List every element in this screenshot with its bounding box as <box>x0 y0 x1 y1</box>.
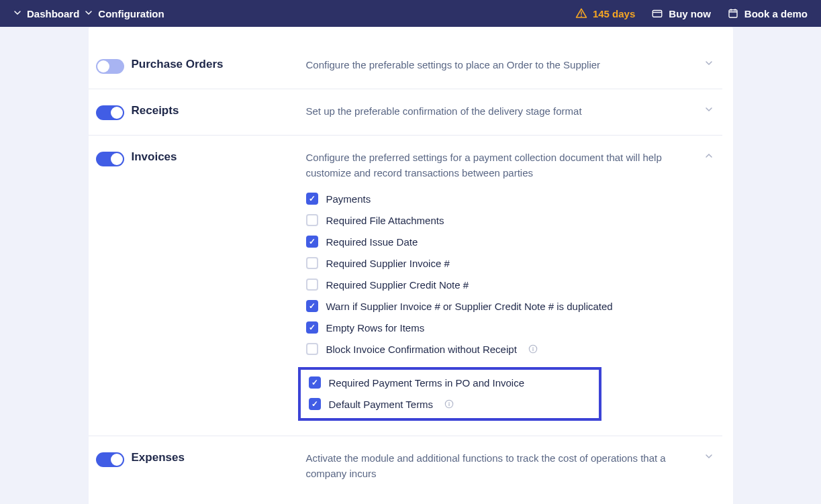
highlighted-options: Required Payment Terms in PO and Invoice… <box>298 367 601 421</box>
option-label: Default Payment Terms <box>329 399 434 410</box>
expand-icon[interactable] <box>695 451 722 481</box>
buy-now-label: Buy now <box>669 8 711 19</box>
trial-days-badge[interactable]: 145 days <box>575 7 635 19</box>
nav-configuration[interactable]: Configuration <box>98 8 164 19</box>
toggle-receipts[interactable] <box>96 105 124 120</box>
expand-icon[interactable] <box>695 58 722 74</box>
checkbox[interactable] <box>306 236 318 248</box>
section-desc: Activate the module and additional funct… <box>306 451 695 481</box>
checkbox[interactable] <box>309 376 321 389</box>
checkbox[interactable] <box>306 257 318 269</box>
option-default-payment-terms[interactable]: Default Payment Terms <box>306 398 593 410</box>
option-warn-duplicated[interactable]: Warn if Supplier Invoice # or Supplier C… <box>306 300 722 312</box>
checkbox[interactable] <box>306 300 318 312</box>
checkbox[interactable] <box>306 193 318 205</box>
option-payments[interactable]: Payments <box>306 193 722 205</box>
option-block-confirmation[interactable]: Block Invoice Confirmation without Recei… <box>306 343 722 355</box>
option-label: Required Payment Terms in PO and Invoice <box>329 377 525 389</box>
section-expenses: Expenses Activate the module and additio… <box>89 436 722 496</box>
option-req-supplier-invoice[interactable]: Required Supplier Invoice # <box>306 257 722 269</box>
section-desc: Set up the preferable confirmation of th… <box>306 104 695 120</box>
collapse-icon[interactable] <box>695 150 722 181</box>
book-demo-label: Book a demo <box>744 8 808 19</box>
breadcrumb: Dashboard Configuration <box>13 8 164 19</box>
book-demo-link[interactable]: Book a demo <box>727 7 808 19</box>
section-invoices: Invoices Configure the preferred setting… <box>89 136 722 436</box>
svg-rect-0 <box>653 11 663 17</box>
toggle-purchase-orders[interactable] <box>96 59 124 74</box>
option-label: Warn if Supplier Invoice # or Supplier C… <box>326 301 613 312</box>
section-title: Receipts <box>132 104 306 120</box>
option-req-issue-date[interactable]: Required Issue Date <box>306 236 722 248</box>
info-icon[interactable] <box>528 344 538 354</box>
content: Purchase Orders Configure the preferable… <box>0 27 821 504</box>
option-req-payment-terms[interactable]: Required Payment Terms in PO and Invoice <box>306 376 593 389</box>
buy-now-link[interactable]: Buy now <box>651 7 711 19</box>
option-label: Empty Rows for Items <box>326 322 425 334</box>
settings-panel: Purchase Orders Configure the preferable… <box>89 27 733 504</box>
option-label: Required Supplier Credit Note # <box>326 279 469 291</box>
option-label: Required File Attachments <box>326 215 444 226</box>
nav-dashboard[interactable]: Dashboard <box>27 8 79 19</box>
option-label: Payments <box>326 193 371 205</box>
section-desc: Configure the preferred settings for a p… <box>306 150 695 181</box>
option-req-file-attachments[interactable]: Required File Attachments <box>306 214 722 226</box>
invoice-options: Payments Required File Attachments Requi… <box>306 193 722 421</box>
info-icon[interactable] <box>444 399 454 409</box>
section-desc: Configure the preferable settings to pla… <box>306 58 695 74</box>
option-label: Block Invoice Confirmation without Recei… <box>326 344 517 355</box>
warning-icon <box>575 7 587 19</box>
checkbox[interactable] <box>306 214 318 226</box>
checkbox[interactable] <box>306 279 318 291</box>
svg-rect-1 <box>729 10 737 17</box>
section-title: Invoices <box>132 150 306 181</box>
toggle-expenses[interactable] <box>96 452 124 467</box>
section-receipts: Receipts Set up the preferable confirmat… <box>89 89 722 136</box>
calendar-icon <box>727 7 739 19</box>
trial-days-label: 145 days <box>593 8 635 19</box>
expand-icon[interactable] <box>695 104 722 120</box>
toggle-invoices[interactable] <box>96 152 124 166</box>
checkbox[interactable] <box>306 343 318 355</box>
option-label: Required Issue Date <box>326 236 418 248</box>
topbar: Dashboard Configuration 145 days Buy now… <box>0 0 821 27</box>
checkbox[interactable] <box>309 398 321 410</box>
chevron-down-icon[interactable] <box>13 9 21 19</box>
checkbox[interactable] <box>306 321 318 334</box>
option-req-supplier-credit[interactable]: Required Supplier Credit Note # <box>306 279 722 291</box>
section-title: Purchase Orders <box>132 58 306 74</box>
option-empty-rows[interactable]: Empty Rows for Items <box>306 321 722 334</box>
card-icon <box>651 7 663 19</box>
option-label: Required Supplier Invoice # <box>326 258 450 269</box>
section-title: Expenses <box>132 451 306 481</box>
chevron-down-icon[interactable] <box>85 9 93 19</box>
section-purchase-orders: Purchase Orders Configure the preferable… <box>89 43 722 89</box>
topbar-right: 145 days Buy now Book a demo <box>575 7 808 19</box>
